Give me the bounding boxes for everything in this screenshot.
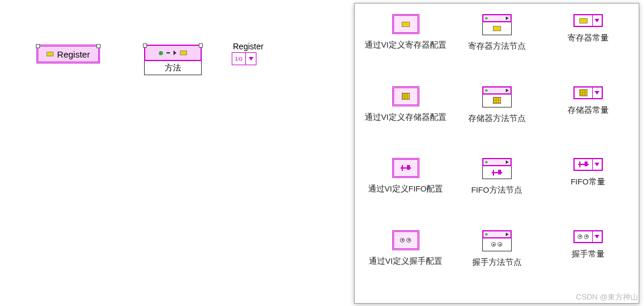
constant-dropdown[interactable] <box>245 53 256 65</box>
watermark-text: CSDN @東方神山 <box>576 292 638 302</box>
memory-glyph-icon <box>493 97 501 104</box>
arrow-right-icon <box>506 233 509 236</box>
handshake-glyph-icon <box>578 234 589 240</box>
arrow-right-icon <box>506 89 509 92</box>
fifo-const-icon <box>573 158 603 171</box>
palette-item-register-define[interactable]: 通过VI定义寄存器配置 <box>361 14 451 82</box>
register-glyph-icon <box>579 18 588 23</box>
palette-item-register-method[interactable]: 寄存器方法节点 <box>452 14 542 82</box>
register-glyph-icon <box>402 22 410 27</box>
palette-label: 通过VI定义寄存器配置 <box>365 40 446 51</box>
handshake-const-icon <box>573 230 603 243</box>
terminal-in-icon <box>159 51 163 55</box>
palette-item-handshake-define[interactable]: 通过VI定义握手配置 <box>361 230 451 298</box>
register-node-label: Register <box>57 49 90 59</box>
handshake-glyph-icon <box>400 237 412 243</box>
palette-item-handshake-const[interactable]: 握手常量 <box>543 230 633 298</box>
terminal-in-icon <box>485 89 488 92</box>
handshake-method-icon <box>482 230 512 251</box>
palette-item-fifo-define[interactable]: 通过VI定义FIFO配置 <box>361 158 451 226</box>
io-glyph-icon: I/0 <box>235 55 242 62</box>
register-constant-node[interactable]: Register I/0 <box>232 42 256 65</box>
terminal-in-icon <box>485 17 488 19</box>
chevron-down-icon <box>595 19 599 22</box>
method-node-header <box>144 45 202 61</box>
register-glyph-icon <box>180 51 187 55</box>
memory-glyph-icon <box>402 93 410 100</box>
register-glyph-icon <box>493 26 501 31</box>
terminal-in-icon <box>485 161 488 163</box>
palette-item-register-const[interactable]: 寄存器常量 <box>543 14 633 82</box>
fifo-glyph-icon <box>578 164 589 165</box>
palette-item-memory-method[interactable]: 存储器方法节点 <box>452 86 542 154</box>
arrow-right-icon <box>506 160 509 164</box>
fifo-method-icon <box>482 158 512 179</box>
arrow-right-icon <box>173 51 176 55</box>
constant-node-label: Register <box>232 42 256 51</box>
palette-label: 通过VI定义FIFO配置 <box>368 184 443 195</box>
function-palette[interactable]: 通过VI定义寄存器配置 寄存器方法节点 寄存器常量 通过VI定义存储器配置 存储… <box>354 3 639 304</box>
palette-label: FIFO方法节点 <box>471 185 522 196</box>
method-node-label[interactable]: 方法 <box>144 61 202 75</box>
handshake-define-icon <box>392 230 419 250</box>
memory-glyph-icon <box>579 89 588 96</box>
resize-handle-icon <box>143 43 147 48</box>
palette-item-fifo-const[interactable]: FIFO常量 <box>543 158 633 226</box>
fifo-glyph-icon <box>401 167 411 169</box>
register-glyph-icon <box>46 52 54 56</box>
palette-label: 通过VI定义握手配置 <box>369 256 442 267</box>
wire-icon <box>166 52 170 53</box>
terminal-in-icon <box>485 233 488 236</box>
palette-label: 寄存器方法节点 <box>468 41 526 52</box>
diagram-canvas: Register 方法 Register I/0 <box>0 0 353 306</box>
chevron-down-icon <box>595 235 599 238</box>
register-define-node[interactable]: Register <box>36 45 100 63</box>
handshake-glyph-icon <box>491 241 503 247</box>
resize-handle-icon <box>96 44 101 48</box>
memory-define-icon <box>392 86 419 106</box>
fifo-glyph-icon <box>492 172 502 173</box>
register-method-icon <box>482 14 512 35</box>
register-define-icon <box>392 14 419 34</box>
register-const-icon <box>573 14 603 27</box>
chevron-down-icon <box>595 91 599 95</box>
chevron-down-icon <box>249 57 253 60</box>
resize-handle-icon <box>199 43 203 48</box>
chevron-down-icon <box>595 163 599 166</box>
fifo-define-icon <box>392 158 419 178</box>
palette-label: 握手方法节点 <box>472 257 522 268</box>
palette-item-memory-define[interactable]: 通过VI定义存储器配置 <box>361 86 451 154</box>
palette-label: FIFO常量 <box>570 177 605 188</box>
palette-label: 寄存器常量 <box>568 33 609 44</box>
palette-label: 存储器方法节点 <box>468 113 526 125</box>
arrow-right-icon <box>506 16 509 20</box>
memory-const-icon <box>573 86 603 99</box>
register-method-node[interactable]: 方法 <box>144 45 202 75</box>
resize-handle-icon <box>36 44 40 48</box>
constant-icon-area: I/0 <box>232 53 245 65</box>
palette-item-memory-const[interactable]: 存储器常量 <box>543 86 633 154</box>
palette-label: 握手常量 <box>572 249 605 260</box>
palette-item-handshake-method[interactable]: 握手方法节点 <box>452 230 542 298</box>
palette-item-fifo-method[interactable]: FIFO方法节点 <box>452 158 542 226</box>
palette-label: 通过VI定义存储器配置 <box>365 112 446 123</box>
memory-method-icon <box>482 86 512 107</box>
constant-node-body[interactable]: I/0 <box>232 52 256 65</box>
palette-label: 存储器常量 <box>568 105 609 116</box>
